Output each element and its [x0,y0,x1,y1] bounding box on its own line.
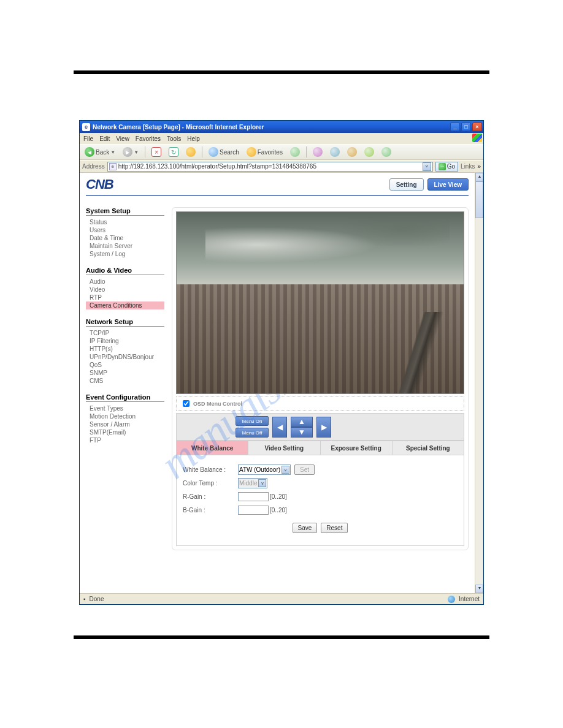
menu-help[interactable]: Help [187,135,200,142]
nav-smtp[interactable]: SMTP(Email) [86,428,164,436]
close-button[interactable]: × [472,123,482,131]
nav-motion[interactable]: Motion Detection [86,412,164,420]
page-content: manualshive.com CNB Setting Live View Sy… [80,172,483,593]
cnb-logo: CNB [86,176,113,192]
tab-white-balance[interactable]: White Balance [177,441,248,455]
edit-button[interactable] [345,146,359,158]
bgain-input[interactable] [238,506,269,515]
links-label[interactable]: Links [461,163,475,170]
windows-flag-icon [472,134,482,142]
nav-camera-conditions[interactable]: Camera Conditions [86,301,164,309]
osd-control-row: OSD Menu Control [176,396,464,411]
tab-exposure-setting[interactable]: Exposure Setting [321,441,393,455]
chevron-down-icon: v [282,466,289,474]
nav-video[interactable]: Video [86,286,164,294]
messenger-icon [381,147,391,157]
status-text: Done [90,596,104,602]
menu-view[interactable]: View [116,135,129,142]
nav-cms[interactable]: CMS [86,377,164,385]
scrollbar[interactable]: ▴ ▾ [475,173,483,593]
discuss-button[interactable] [362,146,377,158]
nav-event-types[interactable]: Event Types [86,404,164,412]
scroll-thumb[interactable] [475,181,483,218]
tab-special-setting[interactable]: Special Setting [393,441,464,455]
arrow-left-button[interactable]: ◀ [272,417,287,438]
nav-ftp[interactable]: FTP [86,436,164,444]
url-input[interactable]: e http://192.168.123.100/html/operator/S… [107,162,433,172]
forward-arrow-icon: ► [123,147,132,157]
tab-video-setting[interactable]: Video Setting [248,441,320,455]
nav-audio[interactable]: Audio [86,278,164,286]
url-text: http://192.168.123.100/html/operator/Set… [118,163,421,170]
wb-select[interactable]: ATW (Outdoor) v [238,464,291,475]
nav-tcpip[interactable]: TCP/IP [86,329,164,337]
star-icon [247,147,256,157]
go-button[interactable]: → Go [435,162,458,172]
nav-https[interactable]: HTTP(s) [86,345,164,353]
search-icon [209,147,218,157]
scroll-track[interactable] [475,218,483,585]
nav-qos[interactable]: QoS [86,361,164,369]
scroll-down-button[interactable]: ▾ [475,585,483,593]
reset-button[interactable]: Reset [321,523,348,533]
rgain-input[interactable] [238,492,269,501]
mail-button[interactable] [310,146,325,158]
nav-heading: Event Configuration [86,393,164,402]
window-title: Network Camera [Setup Page] - Microsoft … [93,124,449,131]
osd-control-buttons: Menu On Menu Off ◀ ▲ ▼ ▶ [176,413,464,441]
arrow-right-button[interactable]: ▶ [316,417,331,438]
nav-sensor[interactable]: Sensor / Alarm [86,420,164,428]
menu-on-button[interactable]: Menu On [236,416,269,426]
maximize-button[interactable]: □ [461,123,471,131]
scroll-up-button[interactable]: ▴ [475,173,483,181]
nav-snmp[interactable]: SNMP [86,369,164,377]
nav-status[interactable]: Status [86,218,164,226]
chevron-down-icon: v [258,479,266,487]
minimize-button[interactable]: _ [450,123,460,131]
nav-group-event: Event Configuration Event Types Motion D… [86,393,164,444]
browser-window: e Network Camera [Setup Page] - Microsof… [79,120,484,605]
ct-label: Color Temp : [183,480,238,487]
favorites-button[interactable]: Favorites [244,146,285,158]
menu-tools[interactable]: Tools [167,135,181,142]
nav-system-log[interactable]: System / Log [86,250,164,258]
forward-button[interactable]: ► ▼ [120,146,141,158]
nav-users[interactable]: Users [86,226,164,234]
ct-select[interactable]: Middle v [238,478,267,488]
menu-off-button[interactable]: Menu Off [236,428,269,438]
live-view-button[interactable]: Live View [427,178,469,191]
save-button[interactable]: Save [293,523,318,533]
refresh-button[interactable]: ↻ [166,146,181,158]
menu-edit[interactable]: Edit [99,135,110,142]
menu-favorites[interactable]: Favorites [136,135,161,142]
set-button[interactable]: Set [294,464,315,475]
address-bar: Address e http://192.168.123.100/html/op… [80,160,483,172]
back-button[interactable]: ◄ Back ▼ [82,146,118,158]
menu-file[interactable]: File [83,135,93,142]
zone-label: Internet [459,596,480,602]
history-button[interactable] [288,146,302,158]
address-label: Address [82,163,105,170]
nav-datetime[interactable]: Date & Time [86,234,164,242]
setting-button[interactable]: Setting [389,178,424,191]
url-dropdown-icon[interactable]: v [423,162,431,171]
nav-heading: Audio & Video [86,267,164,275]
nav-upnp[interactable]: UPnP/DynDNS/Bonjour [86,353,164,361]
bgain-label: B-Gain : [183,507,238,514]
home-button[interactable] [183,146,198,158]
window-titlebar: e Network Camera [Setup Page] - Microsof… [80,121,483,133]
arrow-down-button[interactable]: ▼ [291,427,313,438]
discuss-icon [364,147,374,157]
nav-ipfilter[interactable]: IP Filtering [86,337,164,345]
history-icon [290,147,300,157]
messenger-button[interactable] [379,146,394,158]
nav-rtp[interactable]: RTP [86,294,164,301]
arrow-up-button[interactable]: ▲ [291,417,313,427]
print-button[interactable] [327,146,342,158]
search-button[interactable]: Search [206,146,242,158]
page-header: CNB Setting Live View [86,173,469,196]
stop-button[interactable]: × [149,146,164,158]
osd-checkbox[interactable] [183,400,190,407]
bottom-rule [74,635,489,639]
nav-maintain[interactable]: Maintain Server [86,242,164,250]
